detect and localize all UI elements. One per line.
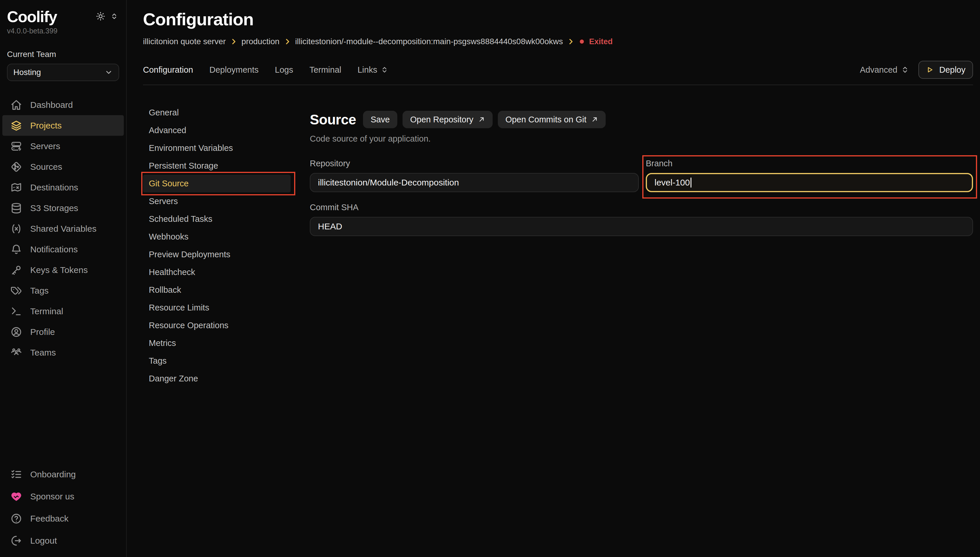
sidebar-item-shared-variables[interactable]: Shared Variables (2, 218, 124, 239)
logout-icon (10, 535, 22, 547)
deploy-button[interactable]: Deploy (918, 61, 973, 79)
commit-sha-input[interactable]: HEAD (310, 217, 973, 236)
coolify-app: Coolify v4.0.0-beta.399 Current Team Hos… (0, 0, 980, 557)
subnav-item-preview-deployments[interactable]: Preview Deployments (143, 246, 291, 263)
list-checks-icon (10, 469, 22, 480)
open-repository-button[interactable]: Open Repository (403, 111, 492, 128)
sidebar-item-notifications[interactable]: Notifications (2, 239, 124, 260)
open-commits-button[interactable]: Open Commits on Git (498, 111, 606, 128)
breadcrumb: illicitonion quote serverproductionillic… (143, 37, 973, 46)
subnav-item-danger-zone[interactable]: Danger Zone (143, 370, 291, 388)
commit-sha-field: Commit SHA HEAD (310, 203, 973, 236)
sidebar-item-sponsor-us[interactable]: Sponsor us (2, 485, 124, 508)
tab-logs[interactable]: Logs (275, 65, 293, 75)
theme-toggle-sun-icon[interactable] (96, 11, 105, 21)
sidebar-item-s3-storages[interactable]: S3 Storages (2, 198, 124, 218)
commit-sha-label: Commit SHA (310, 203, 973, 212)
section-description: Code source of your application. (310, 134, 973, 143)
breadcrumb-item-0[interactable]: illicitonion quote server (143, 37, 226, 46)
braces-x-icon (10, 223, 22, 235)
sidebar-item-label: Destinations (30, 182, 78, 192)
sidebar-item-label: Onboarding (30, 469, 76, 479)
text-cursor (691, 178, 691, 187)
server-icon (10, 140, 22, 152)
repository-label: Repository (310, 159, 639, 168)
theme-chevrons-up-down-icon[interactable] (111, 13, 118, 20)
sidebar-item-teams[interactable]: Teams (2, 342, 124, 363)
chevrons-up-down-icon (901, 66, 909, 74)
sidebar-item-terminal[interactable]: Terminal (2, 301, 124, 321)
save-button[interactable]: Save (363, 111, 397, 128)
sidebar-item-onboarding[interactable]: Onboarding (2, 463, 124, 485)
sidebar-footer: OnboardingSponsor usFeedbackLogout (0, 463, 126, 552)
users-icon (10, 347, 22, 358)
repository-field: Repository illicitestonion/Module-Decomp… (310, 159, 639, 192)
subnav-item-rollback[interactable]: Rollback (143, 281, 291, 299)
subnav-item-general[interactable]: General (143, 104, 291, 122)
sidebar-item-label: Notifications (30, 244, 78, 254)
heart-hands-icon (10, 491, 22, 502)
sidebar-item-logout[interactable]: Logout (2, 530, 124, 552)
current-team-label: Current Team (0, 50, 126, 59)
branch-label: Branch (646, 159, 973, 168)
chevron-down-icon (105, 68, 113, 77)
tab-links[interactable]: Links (358, 65, 388, 75)
sidebar-item-label: Logout (30, 536, 57, 546)
subnav-item-advanced[interactable]: Advanced (143, 122, 291, 139)
sidebar: Coolify v4.0.0-beta.399 Current Team Hos… (0, 0, 127, 557)
sidebar-item-label: Projects (30, 121, 62, 130)
sidebar-item-label: Teams (30, 348, 56, 358)
sidebar-item-profile[interactable]: Profile (2, 321, 124, 342)
subnav-item-resource-limits[interactable]: Resource Limits (143, 299, 291, 317)
sidebar-item-keys-and-tokens[interactable]: Keys & Tokens (2, 260, 124, 280)
external-link-icon (478, 116, 485, 123)
branch-input[interactable]: level-100 (646, 173, 973, 192)
subnav-item-scheduled-tasks[interactable]: Scheduled Tasks (143, 210, 291, 228)
sidebar-item-label: Tags (30, 286, 49, 296)
chevrons-up-down-icon (381, 66, 388, 73)
status-label: Exited (589, 37, 613, 46)
advanced-label: Advanced (860, 65, 897, 75)
sidebar-item-label: Sponsor us (30, 492, 75, 502)
main-area: Configuration illicitonion quote serverp… (127, 0, 980, 557)
source-section: Source Save Open Repository Open Commits… (310, 104, 973, 388)
subnav-item-resource-operations[interactable]: Resource Operations (143, 317, 291, 334)
breadcrumb-item-1[interactable]: production (242, 37, 280, 46)
repository-input[interactable]: illicitestonion/Module-Decomposition (310, 173, 639, 192)
tab-deployments[interactable]: Deployments (210, 65, 258, 75)
map-icon (10, 182, 22, 193)
sidebar-item-feedback[interactable]: Feedback (2, 508, 124, 530)
chevron-right-icon (284, 38, 291, 46)
breadcrumb-item-2[interactable]: illicitestonion/-module--decomposition:m… (295, 37, 563, 46)
status-dot-icon (579, 38, 585, 45)
subnav-item-environment-variables[interactable]: Environment Variables (143, 139, 291, 157)
tags-icon (10, 285, 22, 296)
team-select[interactable]: Hosting (7, 64, 119, 81)
sidebar-item-tags[interactable]: Tags (2, 280, 124, 301)
sidebar-item-label: S3 Storages (30, 203, 78, 213)
sidebar-item-sources[interactable]: Sources (2, 156, 124, 177)
subnav-item-servers[interactable]: Servers (143, 192, 291, 210)
tab-terminal[interactable]: Terminal (309, 65, 341, 75)
sidebar-item-label: Shared Variables (30, 224, 96, 234)
sidebar-item-servers[interactable]: Servers (2, 136, 124, 156)
tab-configuration[interactable]: Configuration (143, 65, 193, 75)
advanced-dropdown[interactable]: Advanced (860, 65, 909, 75)
terminal-icon (10, 306, 22, 317)
play-icon (926, 66, 934, 74)
sidebar-item-projects[interactable]: Projects (2, 115, 124, 136)
app-version: v4.0.0-beta.399 (0, 27, 126, 35)
deploy-label: Deploy (939, 65, 965, 75)
subnav-item-webhooks[interactable]: Webhooks (143, 228, 291, 246)
subnav-item-tags[interactable]: Tags (143, 352, 291, 370)
subnav-item-healthcheck[interactable]: Healthcheck (143, 263, 291, 281)
subnav-item-git-source[interactable]: Git Source (143, 175, 291, 192)
home-icon (10, 99, 22, 111)
help-circle-icon (10, 513, 22, 524)
sidebar-item-destinations[interactable]: Destinations (2, 177, 124, 198)
user-circle-icon (10, 326, 22, 338)
app-logo: Coolify (7, 8, 57, 26)
section-heading: Source (310, 112, 356, 128)
sidebar-item-dashboard[interactable]: Dashboard (2, 94, 124, 115)
subnav-item-metrics[interactable]: Metrics (143, 334, 291, 352)
